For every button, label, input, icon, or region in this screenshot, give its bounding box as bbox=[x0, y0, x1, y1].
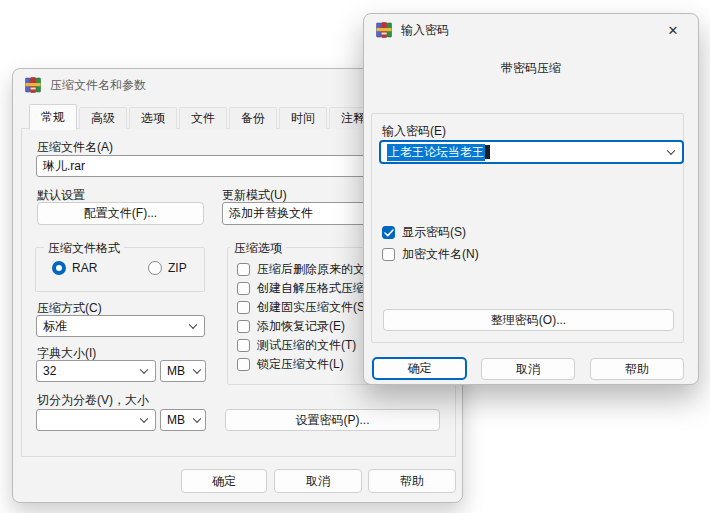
checkbox-unchecked-icon bbox=[237, 282, 250, 295]
compression-options-group-label: 压缩选项 bbox=[230, 240, 286, 257]
set-password-button[interactable]: 设置密码(P)... bbox=[225, 409, 440, 431]
dictionary-unit-select[interactable]: MB bbox=[160, 360, 206, 382]
help-button[interactable]: 帮助 bbox=[368, 469, 456, 493]
format-radio-zip[interactable]: ZIP bbox=[148, 261, 187, 275]
archive-dialog-title: 压缩文件名和参数 bbox=[50, 77, 146, 94]
checkbox-delete-files[interactable]: 压缩后删除原来的文件 bbox=[237, 261, 377, 278]
chevron-down-icon bbox=[193, 415, 201, 423]
show-password-label: 显示密码(S) bbox=[402, 224, 466, 241]
checkbox-lock-archive-label: 锁定压缩文件(L) bbox=[257, 356, 344, 373]
chevron-down-icon bbox=[189, 321, 197, 329]
checkbox-unchecked-icon bbox=[237, 320, 250, 333]
password-selected-text: 上老王论坛当老王 bbox=[387, 144, 485, 161]
dictionary-size-select[interactable]: 32 bbox=[36, 360, 156, 382]
tab-time[interactable]: 时间 bbox=[279, 107, 327, 129]
split-unit-select[interactable]: MB bbox=[160, 409, 206, 431]
encrypt-filenames-label: 加密文件名(N) bbox=[402, 246, 479, 263]
encrypt-filenames-checkbox[interactable]: 加密文件名(N) bbox=[382, 246, 479, 263]
password-group: 输入密码(E) 上老王论坛当老王 显示密码(S) 加密文件名(N) 整理密码(O… bbox=[371, 113, 684, 343]
password-dialog-heading: 带密码压缩 bbox=[364, 60, 698, 77]
ok-button[interactable]: 确定 bbox=[181, 469, 267, 493]
compression-method-select[interactable]: 标准 bbox=[36, 315, 205, 337]
chevron-down-icon bbox=[667, 147, 675, 155]
dictionary-size-value: 32 bbox=[43, 364, 56, 378]
organize-passwords-button[interactable]: 整理密码(O)... bbox=[383, 309, 674, 331]
format-radio-rar[interactable]: RAR bbox=[52, 261, 97, 275]
tab-general[interactable]: 常规 bbox=[29, 104, 77, 130]
winrar-app-icon bbox=[376, 22, 392, 38]
tab-advanced[interactable]: 高级 bbox=[79, 107, 127, 129]
checkbox-checked-icon bbox=[382, 226, 395, 239]
archive-name-label: 压缩文件名(A) bbox=[37, 139, 113, 156]
tab-strip: 常规 高级 选项 文件 备份 时间 注释 bbox=[29, 102, 379, 129]
enter-password-label: 输入密码(E) bbox=[382, 123, 446, 140]
split-unit-value: MB bbox=[167, 413, 185, 427]
winrar-app-icon bbox=[25, 77, 41, 93]
cancel-button[interactable]: 取消 bbox=[274, 469, 362, 493]
checkbox-recovery-record-label: 添加恢复记录(E) bbox=[257, 318, 345, 335]
tab-backup[interactable]: 备份 bbox=[229, 107, 277, 129]
tab-files[interactable]: 文件 bbox=[179, 107, 227, 129]
enter-password-dialog: 输入密码 ✕ 带密码压缩 输入密码(E) 上老王论坛当老王 显示密码(S) 加密… bbox=[363, 13, 699, 385]
split-volumes-label: 切分为分卷(V)，大小 bbox=[37, 392, 149, 409]
chevron-down-icon bbox=[140, 415, 148, 423]
chevron-down-icon bbox=[193, 366, 201, 374]
checkbox-unchecked-icon bbox=[237, 339, 250, 352]
archive-format-group-label: 压缩文件格式 bbox=[44, 240, 124, 257]
radio-selected-icon bbox=[52, 261, 66, 275]
profiles-button[interactable]: 配置文件(F)... bbox=[37, 202, 204, 225]
update-mode-value: 添加并替换文件 bbox=[229, 205, 313, 222]
password-input[interactable]: 上老王论坛当老王 bbox=[379, 140, 684, 164]
format-zip-label: ZIP bbox=[168, 261, 187, 275]
checkbox-solid-archive[interactable]: 创建固实压缩文件(S) bbox=[237, 299, 369, 316]
chevron-down-icon bbox=[140, 366, 148, 374]
close-icon[interactable]: ✕ bbox=[660, 19, 686, 41]
split-volumes-select[interactable] bbox=[36, 409, 156, 431]
checkbox-lock-archive[interactable]: 锁定压缩文件(L) bbox=[237, 356, 344, 373]
checkbox-solid-archive-label: 创建固实压缩文件(S) bbox=[257, 299, 369, 316]
checkbox-unchecked-icon bbox=[237, 358, 250, 371]
ok-button[interactable]: 确定 bbox=[372, 357, 467, 380]
cancel-button[interactable]: 取消 bbox=[481, 358, 575, 380]
checkbox-delete-files-label: 压缩后删除原来的文件 bbox=[257, 261, 377, 278]
checkbox-unchecked-icon bbox=[382, 248, 395, 261]
desktop-background: 压缩文件名和参数 常规 高级 选项 文件 备份 时间 注释 压缩文件名(A) 琳… bbox=[0, 0, 710, 513]
text-caret bbox=[485, 145, 490, 159]
compression-method-value: 标准 bbox=[43, 318, 67, 335]
help-button[interactable]: 帮助 bbox=[590, 358, 684, 380]
checkbox-test-files-label: 测试压缩的文件(T) bbox=[257, 337, 356, 354]
checkbox-test-files[interactable]: 测试压缩的文件(T) bbox=[237, 337, 356, 354]
radio-unselected-icon bbox=[148, 261, 162, 275]
show-password-checkbox[interactable]: 显示密码(S) bbox=[382, 224, 466, 241]
checkbox-unchecked-icon bbox=[237, 301, 250, 314]
dictionary-unit-value: MB bbox=[167, 364, 185, 378]
format-rar-label: RAR bbox=[72, 261, 97, 275]
checkbox-unchecked-icon bbox=[237, 263, 250, 276]
checkbox-recovery-record[interactable]: 添加恢复记录(E) bbox=[237, 318, 345, 335]
password-dialog-title: 输入密码 bbox=[401, 22, 449, 39]
password-dialog-titlebar[interactable]: 输入密码 ✕ bbox=[364, 14, 698, 46]
tab-options[interactable]: 选项 bbox=[129, 107, 177, 129]
archive-format-group: 压缩文件格式 RAR ZIP bbox=[35, 247, 205, 292]
